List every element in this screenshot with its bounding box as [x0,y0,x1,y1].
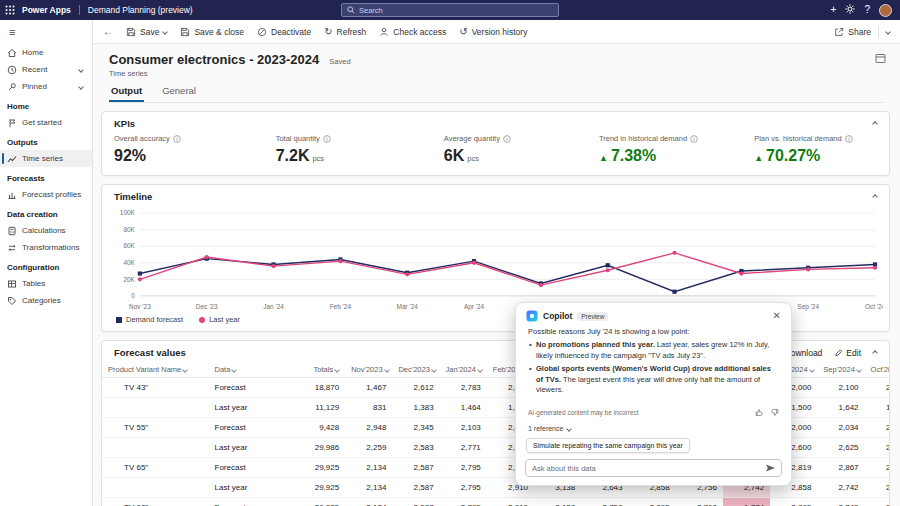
cell-month-value[interactable]: 2,742 [865,458,890,478]
cell-month-value[interactable]: 2,895 [770,498,817,506]
table-row[interactable]: TV 90"Forecast29,9252,1342,5872,7952,910… [102,498,890,506]
cell-month-value[interactable]: 3,138 [534,498,581,506]
chevron-down-icon[interactable] [163,29,169,35]
cell-month-value[interactable]: 2,583 [392,438,439,458]
environment-app-title[interactable]: Demand Planning (preview) [88,5,193,15]
share-dropdown-icon[interactable] [885,29,891,35]
cell-month-value[interactable]: 2,858 [865,478,890,498]
cell-month-value[interactable]: 2,742 [817,498,864,506]
cell-month-value[interactable]: 2,710 [865,438,890,458]
copilot-input[interactable] [525,459,782,477]
settings-gear-icon[interactable] [845,4,855,16]
cell-month-value[interactable]: 2,910 [487,498,534,506]
cell-month-value[interactable]: 2,103 [440,418,487,438]
sidebar-item-forecast-profiles[interactable]: Forecast profiles [0,186,92,203]
cell-month-value[interactable]: 2,771 [440,438,487,458]
edit-button[interactable]: Edit [834,348,861,358]
cell-month-value[interactable]: 2,795 [440,458,487,478]
tab-output[interactable]: Output [109,85,144,102]
sidebar-item-categories[interactable]: Categories [0,292,92,309]
add-icon[interactable]: + [831,5,837,15]
info-icon[interactable] [845,135,853,143]
info-icon[interactable] [323,135,331,143]
cell-month-value[interactable]: 2,100 [817,378,864,398]
column-header[interactable]: Oct'2024 [865,362,890,378]
user-avatar[interactable] [879,4,892,17]
legend-demand-forecast[interactable]: Demand forecast [116,315,183,324]
deactivate-button[interactable]: Deactivate [257,27,311,37]
close-icon[interactable]: ✕ [773,311,781,321]
app-launcher-icon[interactable] [0,0,20,20]
column-header[interactable]: Jan'2024 [440,362,487,378]
column-header[interactable]: Product Variant Name [102,362,209,378]
cell-month-value[interactable]: 2,783 [440,378,487,398]
sidebar-item-transformations[interactable]: Transformations [0,239,92,256]
cell-month-value[interactable]: 2,758 [581,498,628,506]
info-icon[interactable] [690,135,698,143]
cell-month-value[interactable]: 2,050 [865,418,890,438]
cell-month-value[interactable]: 2,345 [392,418,439,438]
highlighted-cell[interactable]: 1,774 [723,498,770,506]
cell-month-value[interactable]: 2,742 [817,478,864,498]
layout-icon[interactable] [875,50,886,68]
cell-month-value[interactable]: 2,100 [865,378,890,398]
thumbs-up-icon[interactable] [755,403,764,421]
cell-month-value[interactable]: 1,464 [440,398,487,418]
cell-month-value[interactable]: 831 [345,398,392,418]
product-name[interactable]: Power Apps [22,5,71,15]
global-search[interactable] [341,3,559,17]
cell-month-value[interactable]: 2,760 [676,498,723,506]
cell-month-value[interactable]: 2,259 [345,438,392,458]
thumbs-down-icon[interactable] [770,403,779,421]
cell-month-value[interactable]: 2,612 [392,378,439,398]
column-header[interactable]: Dec'2023 [392,362,439,378]
refresh-button[interactable]: ↻ Refresh [324,27,366,37]
reference-toggle[interactable]: 1 reference [516,421,791,432]
cell-month-value[interactable]: 2,134 [345,498,392,506]
sidebar-item-recent[interactable]: Recent [0,61,92,78]
cell-month-value[interactable]: 2,625 [817,438,864,458]
cell-month-value[interactable]: 2,587 [392,478,439,498]
cell-month-value[interactable]: 1,642 [817,398,864,418]
back-button[interactable]: ← [103,27,113,37]
collapse-section-icon[interactable] [872,350,878,356]
check-access-button[interactable]: Check access [379,27,446,37]
save-button[interactable]: Save [126,27,167,37]
info-icon[interactable] [173,135,181,143]
column-header[interactable]: Data [209,362,289,378]
column-header[interactable]: Totals [289,362,345,378]
cell-month-value[interactable]: 1,810 [865,398,890,418]
cell-month-value[interactable]: 2,795 [440,478,487,498]
sidebar-item-home[interactable]: Home [0,44,92,61]
sidebar-item-tables[interactable]: Tables [0,275,92,292]
help-icon[interactable]: ? [864,5,870,15]
sidebar-item-calculations[interactable]: Calculations [0,222,92,239]
search-input[interactable] [359,6,553,15]
tab-general[interactable]: General [160,85,198,102]
cell-month-value[interactable]: 2,134 [345,458,392,478]
collapse-section-icon[interactable] [872,194,878,200]
column-header[interactable]: Sep'2024 [817,362,864,378]
share-button[interactable]: Share [834,27,871,37]
cell-month-value[interactable]: 1,383 [392,398,439,418]
copilot-suggestion-chip[interactable]: Simulate repeating the same campaign thi… [526,438,690,453]
cell-month-value[interactable]: 2,795 [440,498,487,506]
legend-last-year[interactable]: Last year [199,315,240,324]
send-icon[interactable] [766,464,775,472]
cell-month-value[interactable]: 2,895 [628,498,675,506]
version-history-button[interactable]: ↺ Version history [459,27,527,37]
cell-month-value[interactable]: 2,948 [345,418,392,438]
cell-month-value[interactable]: 2,134 [345,478,392,498]
sidebar-item-get-started[interactable]: Get started [0,114,92,131]
hamburger-menu-icon[interactable]: ≡ [0,20,92,44]
collapse-section-icon[interactable] [872,121,878,127]
cell-month-value[interactable]: 2,587 [392,458,439,478]
cell-month-value[interactable]: 2,774 [865,498,890,506]
sidebar-item-time-series[interactable]: Time series [0,150,92,167]
cell-month-value[interactable]: 2,587 [392,498,439,506]
info-icon[interactable] [503,135,511,143]
column-header[interactable]: Nov'2023 [345,362,392,378]
cell-month-value[interactable]: 1,467 [345,378,392,398]
cell-month-value[interactable]: 2,034 [817,418,864,438]
sidebar-item-pinned[interactable]: Pinned [0,78,92,95]
